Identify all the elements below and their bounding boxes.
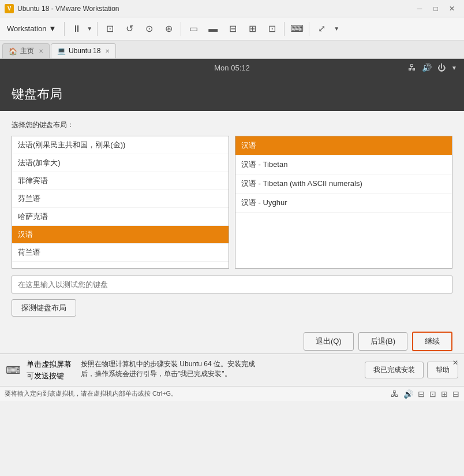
app-icon: V [5, 4, 14, 13]
list-item[interactable]: 荷兰语 [12, 244, 229, 262]
fullscreen-button[interactable]: ⤢ [313, 21, 330, 37]
volume-icon: 🔊 [422, 63, 432, 72]
pause-dropdown-button[interactable]: ▼ [85, 21, 93, 37]
minimize-button[interactable]: ─ [412, 3, 427, 14]
workstation-label: Workstation [7, 24, 46, 33]
home-icon: 🏠 [9, 47, 17, 55]
bottom-bar-hint: 单击虚拟屏幕 可发送按键 [27, 359, 72, 381]
quit-button[interactable]: 退出(Q) [304, 332, 354, 351]
keyboard-layout-dialog: 键盘布局 选择您的键盘布局： 法语(刚果民主共和国，刚果(金)) 法语(加拿大)… [0, 76, 464, 360]
desc-line-1: 按照在物理计算机中的步骤安装 Ubuntu 64 位。安装完成 [81, 359, 359, 369]
bottom-bar-buttons: 我已完成安装 帮助 [365, 362, 458, 378]
tab-ubuntu18-close[interactable]: ✕ [105, 48, 110, 54]
vm-clock: Mon 05:12 [214, 64, 249, 72]
toolbar-separator-3 [181, 22, 181, 36]
tab-ubuntu18-label: Ubuntu 18 [69, 47, 100, 55]
tab-ubuntu18[interactable]: 💻 Ubuntu 18 ✕ [51, 43, 116, 58]
detect-layout-button[interactable]: 探测键盘布局 [12, 299, 76, 317]
continue-button[interactable]: 继续 [412, 332, 452, 351]
list-container: 法语(刚果民主共和国，刚果(金)) 法语(加拿大) 菲律宾语 芬兰语 哈萨克语 … [12, 136, 452, 269]
bottom-bar: ⌨ 单击虚拟屏幕 可发送按键 按照在物理计算机中的步骤安装 Ubuntu 64 … [0, 354, 464, 386]
tab-home[interactable]: 🏠 主页 ✕ [2, 43, 50, 58]
view-btn-1[interactable]: ▭ [185, 21, 202, 37]
settings-button[interactable]: ⊛ [160, 21, 177, 37]
bottom-bar-content: 单击虚拟屏幕 可发送按键 按照在物理计算机中的步骤安装 Ubuntu 64 位。… [27, 359, 359, 381]
dialog-body: 选择您的键盘布局： 法语(刚果民主共和国，刚果(金)) 法语(加拿大) 菲律宾语… [0, 111, 464, 326]
dialog-title: 键盘布局 [12, 85, 452, 103]
workstation-menu-button[interactable]: Workstation ▼ [2, 22, 61, 35]
list-item[interactable]: 菲律宾语 [12, 172, 229, 190]
status-text: 要将输入定向到该虚拟机，请在虚拟机内部单击或按 Ctrl+G。 [5, 389, 177, 398]
maximize-button[interactable]: □ [428, 3, 443, 14]
status-network-icon: 🖧 [391, 389, 399, 399]
variant-item[interactable]: 汉语 - Uyghur [235, 194, 452, 213]
toolbar-separator-2 [97, 22, 98, 36]
title-bar: V Ubuntu 18 - VMware Workstation ─ □ ✕ [0, 0, 464, 17]
list-item[interactable]: 哈萨克语 [12, 208, 229, 226]
list-item[interactable]: 法语(刚果民主共和国，刚果(金)) [12, 136, 229, 154]
hint-line-2: 可发送按键 [27, 371, 72, 381]
view-btn-4[interactable]: ⊞ [244, 21, 261, 37]
send-keys-button[interactable]: ⊡ [101, 21, 118, 37]
tab-home-label: 主页 [20, 46, 34, 56]
console-button[interactable]: ⌨ [288, 21, 305, 37]
variant-list[interactable]: 汉语 汉语 - Tibetan 汉语 - Tibetan (with ASCII… [235, 136, 452, 269]
network-status-icon: 🖧 [408, 63, 416, 72]
list-item-selected[interactable]: 汉语 [12, 226, 229, 244]
list-item[interactable]: 芬兰语 [12, 190, 229, 208]
list-item[interactable]: 法语(加拿大) [12, 154, 229, 172]
close-button[interactable]: ✕ [444, 3, 459, 14]
title-bar-text: Ubuntu 18 - VMware Workstation [17, 5, 119, 13]
variant-item[interactable]: 汉语 - Tibetan (with ASCII numerals) [235, 174, 452, 194]
fullscreen-dropdown-button[interactable]: ▼ [332, 21, 340, 37]
status-vm-icon-1: ⊟ [418, 389, 425, 399]
dropdown-arrow-icon: ▼ [48, 24, 56, 33]
status-vm-icon-2: ⊡ [429, 389, 436, 399]
view-btn-3[interactable]: ⊟ [224, 21, 241, 37]
tab-home-close[interactable]: ✕ [39, 48, 43, 54]
variant-item[interactable]: 汉语 - Tibetan [235, 155, 452, 174]
snapshot-button[interactable]: ↺ [121, 21, 138, 37]
tab-bar: 🏠 主页 ✕ 💻 Ubuntu 18 ✕ [0, 40, 464, 59]
keyboard-test-input[interactable] [12, 276, 452, 293]
view-btn-5[interactable]: ⊡ [263, 21, 280, 37]
vm-tab-icon: 💻 [57, 47, 66, 55]
view-btn-2[interactable]: ▬ [204, 21, 222, 37]
toolbar: Workstation ▼ ⏸ ▼ ⊡ ↺ ⊙ ⊛ ▭ ▬ ⊟ ⊞ ⊡ ⌨ ⤢ … [0, 17, 464, 40]
status-vm-icon-3: ⊞ [441, 389, 448, 399]
install-complete-button[interactable]: 我已完成安装 [365, 362, 424, 378]
toolbar-separator-5 [309, 22, 309, 36]
status-bar-right: 🖧 🔊 ⊟ ⊡ ⊞ ⊟ [391, 389, 459, 399]
status-vm-icon-4: ⊟ [452, 389, 459, 399]
toolbar-separator-4 [284, 22, 285, 36]
status-bar: 要将输入定向到该虚拟机，请在虚拟机内部单击或按 Ctrl+G。 🖧 🔊 ⊟ ⊡ … [0, 386, 464, 401]
back-button[interactable]: 后退(B) [358, 332, 407, 351]
dialog-subtitle: 选择您的键盘布局： [12, 120, 452, 130]
language-list[interactable]: 法语(刚果民主共和国，刚果(金)) 法语(加拿大) 菲律宾语 芬兰语 哈萨克语 … [12, 136, 229, 269]
status-volume-icon: 🔊 [403, 389, 413, 399]
toolbar-separator-1 [64, 22, 65, 36]
title-bar-controls: ─ □ ✕ [412, 3, 459, 14]
variant-item-selected[interactable]: 汉语 [235, 136, 452, 155]
pause-button[interactable]: ⏸ [68, 21, 85, 37]
hint-line-1: 单击虚拟屏幕 [27, 359, 72, 370]
vm-topbar-right: 🖧 🔊 ⏻ ▼ [408, 63, 457, 72]
desc-line-2: 后，操作系统会进行引导，单击"我已完成安装"。 [81, 369, 359, 379]
power-icon: ⏻ [437, 63, 446, 72]
vm-screen[interactable]: Mon 05:12 🖧 🔊 ⏻ ▼ 键盘布局 选择您的键盘布局： 法语(刚果民主… [0, 59, 464, 354]
dialog-header: 键盘布局 [0, 76, 464, 111]
power-dropdown-icon: ▼ [451, 65, 457, 71]
keyboard-icon: ⌨ [6, 364, 21, 377]
toolbar-group-power: ⏸ ▼ [68, 21, 93, 37]
bottom-bar-close[interactable]: ✕ [450, 358, 461, 368]
bottom-bar-description: 按照在物理计算机中的步骤安装 Ubuntu 64 位。安装完成 后，操作系统会进… [81, 359, 359, 381]
vm-topbar: Mon 05:12 🖧 🔊 ⏻ ▼ [0, 59, 464, 76]
record-button[interactable]: ⊙ [140, 21, 158, 37]
